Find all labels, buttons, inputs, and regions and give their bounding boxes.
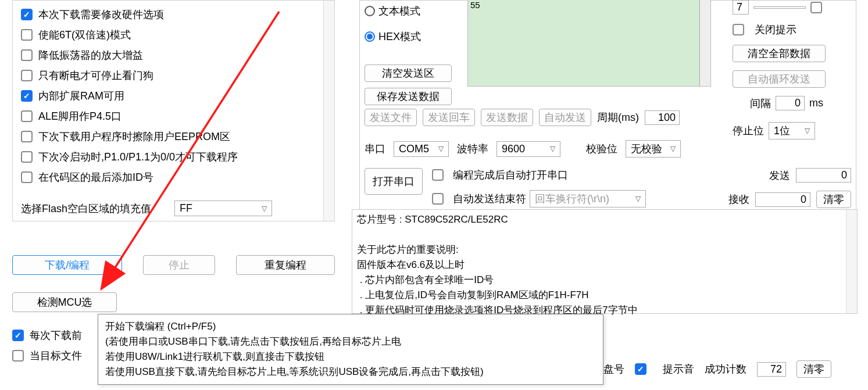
baud-value: 9600: [502, 143, 525, 155]
save-send-button[interactable]: 保存发送数据: [365, 88, 452, 105]
parity-value: 无校验: [631, 142, 662, 156]
chevron-down-icon: ▽: [550, 145, 555, 153]
detect-mcu-button[interactable]: 检测MCU选: [12, 292, 117, 312]
hw-option-label: 在代码区的最后添加ID号: [38, 170, 153, 184]
repeat-button[interactable]: 重复编程: [236, 255, 335, 275]
auto-send-button[interactable]: 自动发送: [539, 109, 591, 126]
checkbox-icon[interactable]: [21, 49, 33, 61]
side-num-input[interactable]: 7: [733, 0, 749, 15]
terminator-placeholder: 回车换行符(\r\n): [535, 192, 609, 206]
hw-option-8[interactable]: 在代码区的最后添加ID号: [21, 170, 326, 184]
chevron-down-icon: ▽: [438, 145, 444, 153]
stats-col: 发送 0 接收 0 清零: [728, 168, 851, 208]
label: 当目标文件: [30, 349, 82, 363]
hw-option-3[interactable]: 只有断电才可停止看门狗: [21, 69, 326, 83]
send-textarea[interactable]: 55: [467, 0, 711, 87]
checkbox-icon[interactable]: [21, 9, 33, 20]
checkbox-icon[interactable]: [21, 29, 33, 41]
chevron-down-icon: ▽: [262, 205, 267, 213]
recv-count-row: 接收 0 清零: [728, 191, 851, 208]
hw-option-7[interactable]: 下次冷启动时,P1.0/P1.1为0/0才可下载程序: [21, 150, 326, 164]
label: 自动发送结束符: [453, 192, 526, 206]
clear-all-button[interactable]: 清空全部数据: [733, 45, 826, 62]
checkbox-icon[interactable]: [21, 90, 33, 102]
checkbox-icon[interactable]: [432, 169, 444, 181]
send-file-button[interactable]: 发送文件: [365, 109, 417, 126]
parity-label: 校验位: [586, 142, 617, 156]
hw-option-label: 本次下载需要修改硬件选项: [38, 8, 164, 22]
checkbox-icon[interactable]: [21, 110, 33, 122]
stop-button[interactable]: 停止: [143, 255, 215, 275]
period-input[interactable]: 100: [645, 110, 680, 125]
terminator-select[interactable]: 回车换行符(\r\n) ▽: [530, 190, 646, 207]
desc-title: 关于此芯片的重要说明:: [357, 244, 459, 255]
hw-option-label: ALE脚用作P4.5口: [38, 109, 122, 123]
open-port-button[interactable]: 打开串口: [365, 168, 423, 195]
close-hint-check[interactable]: 关闭提示: [733, 23, 855, 37]
auto-open-check[interactable]: 编程完成后自动打开串口: [432, 168, 646, 182]
send-data-button[interactable]: 发送数据: [481, 109, 533, 126]
flash-fill-value: FF: [180, 202, 192, 214]
clear-send-button[interactable]: 清空发送区: [365, 65, 452, 82]
radio-icon[interactable]: [365, 31, 375, 42]
disk-label: 盘号: [603, 362, 624, 376]
checkbox-icon[interactable]: [21, 70, 33, 81]
send-cr-button[interactable]: 发送回车: [423, 109, 475, 126]
parity-select[interactable]: 无校验 ▽: [626, 140, 681, 158]
auto-loop-button[interactable]: 自动循环发送: [733, 70, 826, 88]
port-select[interactable]: COM5 ▽: [394, 141, 449, 157]
hw-option-2[interactable]: 降低振荡器的放大增益: [21, 48, 326, 62]
checkbox-icon[interactable]: [432, 193, 444, 205]
clear-count-button[interactable]: 清零: [816, 191, 851, 208]
clear-success-button[interactable]: 清零: [796, 360, 831, 378]
action-button-row: 下载/编程 停止 重复编程: [12, 255, 335, 275]
chevron-down-icon: ▽: [805, 127, 810, 135]
log-line: . 芯片内部包含有全球唯一ID号: [357, 274, 494, 285]
checkbox-icon[interactable]: [635, 363, 646, 375]
radio-icon[interactable]: [365, 6, 375, 16]
hw-option-label: 降低振荡器的放大增益: [38, 48, 143, 62]
text-mode-radio[interactable]: 文本模式: [365, 4, 458, 18]
chip-label: 芯片型号 :: [357, 214, 402, 225]
label: 编程完成后自动打开串口: [453, 168, 568, 182]
checkbox-icon[interactable]: [810, 2, 822, 13]
hw-option-6[interactable]: 下次下载用户程序时擦除用户EEPROM区: [21, 130, 326, 144]
tooltip-line: (若使用串口或USB串口下载,请先点击下载按钮后,再给目标芯片上电: [105, 334, 596, 349]
hw-option-label: 下次冷启动时,P1.0/P1.1为0/0才可下载程序: [38, 150, 238, 164]
hw-option-4[interactable]: 内部扩展RAM可用: [21, 89, 326, 103]
interval-label: 间隔: [750, 96, 771, 110]
download-tooltip: 开始下载编程 (Ctrl+P/F5) (若使用串口或USB串口下载,请先点击下载…: [98, 314, 603, 385]
flash-fill-select[interactable]: FF ▽: [174, 201, 272, 216]
bottom-right-bar: 盘号 提示音 成功计数 72 清零: [603, 360, 831, 378]
hw-option-label: 使能6T(双倍速)模式: [38, 28, 131, 42]
hardware-options-box: 本次下载需要修改硬件选项 使能6T(双倍速)模式 降低振荡器的放大增益 只有断电…: [12, 0, 335, 221]
stop-value: 1位: [774, 124, 790, 138]
hw-option-0[interactable]: 本次下载需要修改硬件选项: [21, 8, 326, 22]
hex-mode-radio[interactable]: HEX模式: [365, 30, 458, 44]
hw-option-5[interactable]: ALE脚用作P4.5口: [21, 109, 326, 123]
interval-unit: ms: [809, 97, 823, 109]
checkbox-icon[interactable]: [12, 330, 24, 341]
hw-option-1[interactable]: 使能6T(双倍速)模式: [21, 28, 326, 42]
checkbox-icon[interactable]: [21, 151, 33, 163]
chevron-down-icon: ▽: [635, 195, 641, 203]
success-label: 成功计数: [705, 362, 746, 376]
download-button[interactable]: 下载/编程: [12, 255, 122, 275]
stop-bit-select[interactable]: 1位 ▽: [769, 122, 815, 139]
checkbox-icon[interactable]: [21, 131, 33, 142]
label: 每次下载前: [30, 328, 82, 342]
serial-config-row: 串口 COM5 ▽ 波特率 9600 ▽ 校验位 无校验 ▽: [365, 140, 851, 158]
port-label: 串口: [365, 142, 385, 156]
checkbox-icon[interactable]: [21, 171, 33, 183]
side-extra-input[interactable]: [753, 6, 806, 9]
baud-select[interactable]: 9600 ▽: [496, 141, 560, 157]
checkbox-icon[interactable]: [12, 350, 24, 362]
port-value: COM5: [399, 143, 429, 155]
log-textarea[interactable]: 芯片型号 : STC89C52RC/LE52RC 关于此芯片的重要说明: 固件版…: [352, 209, 858, 314]
checkbox-icon[interactable]: [733, 24, 744, 35]
side-num-row: 7: [733, 0, 855, 15]
label: 文本模式: [378, 4, 420, 18]
interval-input[interactable]: 0: [776, 96, 805, 110]
label: HEX模式: [378, 30, 421, 44]
auto-terminator-check[interactable]: 自动发送结束符 回车换行符(\r\n) ▽: [432, 190, 646, 207]
